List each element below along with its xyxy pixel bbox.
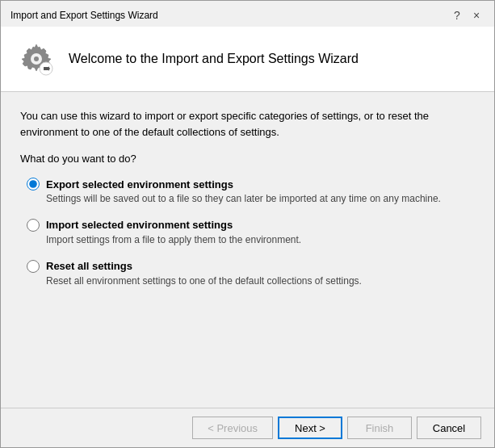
- description-text: You can use this wizard to import or exp…: [20, 108, 475, 140]
- title-bar-text: Import and Export Settings Wizard: [10, 10, 158, 21]
- option-reset-desc: Reset all environment settings to one of…: [46, 274, 475, 288]
- radio-export[interactable]: [27, 178, 40, 191]
- header-title: Welcome to the Import and Export Setting…: [69, 52, 359, 66]
- svg-point-2: [34, 57, 39, 61]
- question-text: What do you want to do?: [20, 153, 475, 165]
- option-reset-title[interactable]: Reset all settings: [46, 260, 132, 272]
- content-area: You can use this wizard to import or exp…: [1, 92, 494, 408]
- footer: < Previous Next > Finish Cancel: [1, 408, 494, 447]
- help-button[interactable]: ?: [449, 7, 465, 23]
- wizard-icon: [17, 40, 56, 78]
- radio-reset[interactable]: [27, 260, 40, 273]
- option-reset-row: Reset all settings: [27, 260, 475, 273]
- option-import-desc: Import settings from a file to apply the…: [46, 233, 475, 247]
- close-button[interactable]: ×: [468, 7, 485, 23]
- option-export-row: Export selected environment settings: [27, 178, 475, 191]
- title-bar-controls: ? ×: [449, 7, 485, 23]
- option-import-title[interactable]: Import selected environment settings: [46, 219, 233, 231]
- option-reset: Reset all settings Reset all environment…: [27, 260, 475, 288]
- header: Welcome to the Import and Export Setting…: [1, 27, 494, 92]
- option-export-title[interactable]: Export selected environment settings: [46, 178, 233, 191]
- finish-button[interactable]: Finish: [347, 417, 412, 439]
- next-button[interactable]: Next >: [278, 417, 342, 439]
- title-bar: Import and Export Settings Wizard ? ×: [1, 1, 494, 27]
- option-export-desc: Settings will be saved out to a file so …: [46, 192, 475, 206]
- radio-import[interactable]: [27, 219, 40, 232]
- option-export: Export selected environment settings Set…: [27, 178, 475, 206]
- options-group: Export selected environment settings Set…: [27, 178, 475, 287]
- dialog-window: Import and Export Settings Wizard ? ×: [0, 0, 495, 448]
- option-import: Import selected environment settings Imp…: [27, 219, 475, 247]
- option-import-row: Import selected environment settings: [27, 219, 475, 232]
- previous-button[interactable]: < Previous: [192, 417, 273, 439]
- cancel-button[interactable]: Cancel: [417, 417, 481, 439]
